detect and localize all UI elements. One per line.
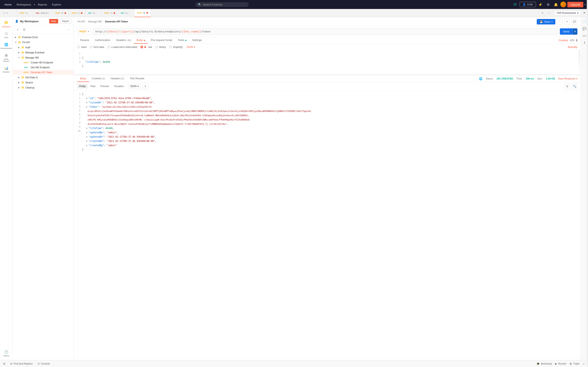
radio-urlencoded[interactable]: x-www-form-urlencoded <box>107 46 137 49</box>
lightning-icon[interactable]: ⚡ <box>537 1 544 8</box>
response-format-selector[interactable]: JSON ▾ <box>128 84 140 89</box>
env-eye-button[interactable]: 👁 <box>581 10 587 16</box>
nav-workspaces-group[interactable]: Workspaces ▾ <box>15 2 35 7</box>
nav-explore[interactable]: Explore <box>50 2 63 7</box>
tab-7[interactable]: POST C <box>102 9 118 17</box>
nav-home[interactable]: Home <box>2 2 14 7</box>
tab-6[interactable]: GET G... <box>86 9 102 17</box>
format-tab-pretty[interactable]: Pretty <box>77 84 87 89</box>
tab-pre-request-script[interactable]: Pre-request Script <box>148 37 175 44</box>
folder-manage-hei[interactable]: ▼ 📁 Manage HEI <box>13 55 74 60</box>
sync-icon[interactable]: ⟳ <box>512 1 518 8</box>
tab-params[interactable]: Params <box>77 37 92 44</box>
avatar[interactable] <box>561 2 566 7</box>
request-create-hei-endpoint[interactable]: POST Create HEI Endpoint <box>13 60 74 65</box>
more-options-button[interactable]: ··· <box>66 27 71 32</box>
tab-headers[interactable]: Headers (10) <box>113 37 134 44</box>
sidebar-item-history[interactable]: 🕐 History <box>1 349 12 359</box>
response-tab-cookies[interactable]: Cookies (1) <box>89 75 108 82</box>
send-dropdown-button[interactable]: ▾ <box>572 28 577 35</box>
more-options-button[interactable]: ··· <box>557 19 563 25</box>
tab-delete[interactable]: DEL [DELET... <box>34 9 53 17</box>
beautify-button[interactable]: Beautify <box>568 45 577 49</box>
upgrade-button[interactable]: Upgrade <box>567 2 583 7</box>
tab-generate-api-token[interactable]: POST G <box>135 9 151 17</box>
tab-authorization[interactable]: Authorization <box>92 37 113 44</box>
sort-button[interactable]: ☰ <box>22 27 26 32</box>
bottom-grid-button[interactable]: ⊞ <box>3 362 5 365</box>
invite-button[interactable]: 👤 Invite <box>520 2 536 7</box>
request-get-hei-endpoint[interactable]: GET Get HEI Endpoint <box>13 65 74 70</box>
new-button[interactable]: New <box>49 19 58 24</box>
expand-button[interactable]: ⤢ <box>583 362 585 365</box>
environment-selector[interactable]: YHP Environment ▾ <box>554 11 581 16</box>
add-tab-button[interactable]: + <box>540 10 545 16</box>
right-icon-docs[interactable]: 📄 <box>581 19 588 25</box>
trash-button[interactable]: 🗑 Trash <box>570 362 579 365</box>
folder-get-data-in[interactable]: ▶ 📁 Get Data In <box>13 75 74 80</box>
sidebar-item-apis[interactable]: ⬡ APIs <box>1 30 12 40</box>
tab-settings[interactable]: Settings <box>189 37 205 44</box>
format-tab-visualize[interactable]: Visualize <box>112 84 126 89</box>
comment-button[interactable]: 💬 <box>572 19 577 25</box>
format-tab-raw[interactable]: Raw <box>88 84 97 89</box>
tab-tests[interactable]: Tests <box>175 37 189 44</box>
save-button[interactable]: 💾 Save ▾ <box>537 19 555 25</box>
import-button[interactable]: Import <box>60 19 71 24</box>
save-response-button[interactable]: Save Response ▾ <box>558 77 577 80</box>
search-response-button[interactable]: 🔍 <box>572 83 577 89</box>
collection-yh-api[interactable]: ▼ 📁 YH API <box>13 40 74 45</box>
code-button[interactable]: </> <box>570 39 575 42</box>
radio-binary[interactable]: binary <box>155 46 166 49</box>
upgrade-chevron-icon[interactable]: ▾ <box>585 3 586 6</box>
sidebar-item-monitors[interactable]: 📊 Monitors <box>1 65 12 75</box>
method-selector[interactable]: POST ▾ <box>77 29 91 34</box>
request-body-content[interactable]: { "lifeTime": 86400 } <box>81 50 581 75</box>
right-icon-comment[interactable]: 💬 <box>581 26 588 32</box>
radio-raw[interactable]: raw <box>140 46 152 49</box>
collection-postman-echo[interactable]: ▶ 📁 Postman Echo <box>13 35 74 40</box>
console-button[interactable]: ⊡ Console <box>38 362 50 365</box>
tab-4[interactable]: POST R <box>53 9 69 17</box>
radio-graphql[interactable]: GraphQL <box>169 46 183 49</box>
response-tab-body[interactable]: Body <box>77 75 89 82</box>
find-replace-button[interactable]: ⊟ Find and Replace <box>10 362 33 365</box>
search-bar[interactable]: 🔍 Search Postman <box>196 2 249 7</box>
info-button[interactable]: ℹ <box>576 38 577 42</box>
gear-icon[interactable]: ⚙ <box>545 1 552 8</box>
format-tab-preview[interactable]: Preview <box>98 84 111 89</box>
sidebar-item-collections[interactable]: 📁 Collections <box>1 19 12 29</box>
wrap-lines-button[interactable]: ≡ <box>143 83 148 89</box>
request-generate-api-token[interactable]: POST Generate API Token <box>13 70 74 75</box>
tab-body[interactable]: Body <box>134 37 148 44</box>
folder-manage-eventset[interactable]: ▶ 📁 Manage Eventset <box>13 50 74 55</box>
tab-8[interactable]: GET G... <box>118 9 135 17</box>
cookies-button[interactable]: Cookies <box>559 39 568 42</box>
bell-icon[interactable]: 🔔 <box>553 1 559 8</box>
send-button[interactable]: Send <box>560 28 572 35</box>
radio-form-data[interactable]: form-data <box>90 46 104 49</box>
more-tabs-button[interactable]: ··· <box>546 10 552 16</box>
folder-auth[interactable]: ▶ 📁 Auth <box>13 45 74 50</box>
radio-none[interactable]: none <box>77 46 86 49</box>
folder-cleanup[interactable]: ▶ 📁 Cleanup <box>13 85 74 90</box>
runner-button[interactable]: ▶ Runner <box>555 362 566 365</box>
body-format-selector[interactable]: JSON ▾ <box>186 46 195 49</box>
nav-reports[interactable]: Reports <box>36 2 49 7</box>
sidebar-item-environments[interactable]: 🌐 Environments <box>1 41 12 51</box>
response-tab-test-results[interactable]: Test Results <box>127 75 147 82</box>
edit-button[interactable]: ✏ <box>564 19 570 25</box>
response-tab-headers[interactable]: Headers (7) <box>108 75 127 82</box>
right-icon-info[interactable]: ℹ <box>581 40 588 46</box>
request-body-editor[interactable]: 1 2 3 { "lifeTime": 86400 } <box>74 50 581 75</box>
sidebar-item-mock-servers[interactable]: ⊞ Mock Servers <box>1 52 12 64</box>
breadcrumb-part2[interactable]: Manage HEI <box>88 20 102 23</box>
breadcrumb-part1[interactable]: YH API <box>77 20 85 23</box>
folder-search[interactable]: ▶ 📁 Search <box>13 80 74 85</box>
bootcamp-button[interactable]: 🎓 Bootcamp <box>536 362 552 365</box>
url-input[interactable]: http://{{host}}:{{port}}/api/data/v1.0/d… <box>93 28 558 35</box>
right-icon-code[interactable]: </> <box>581 33 588 39</box>
tab-2[interactable]: POST G <box>17 9 34 17</box>
tab-5[interactable]: POST C <box>69 9 86 17</box>
add-collection-button[interactable]: + <box>15 27 20 32</box>
